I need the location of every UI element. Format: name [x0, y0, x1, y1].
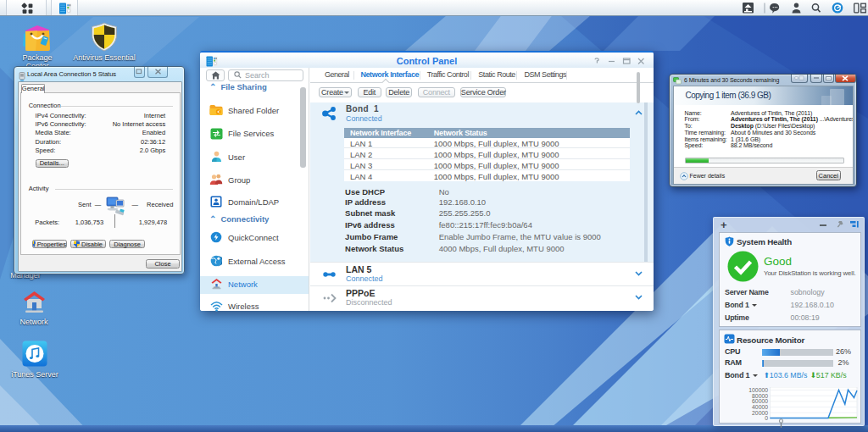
svg-text:0: 0 [765, 415, 768, 421]
